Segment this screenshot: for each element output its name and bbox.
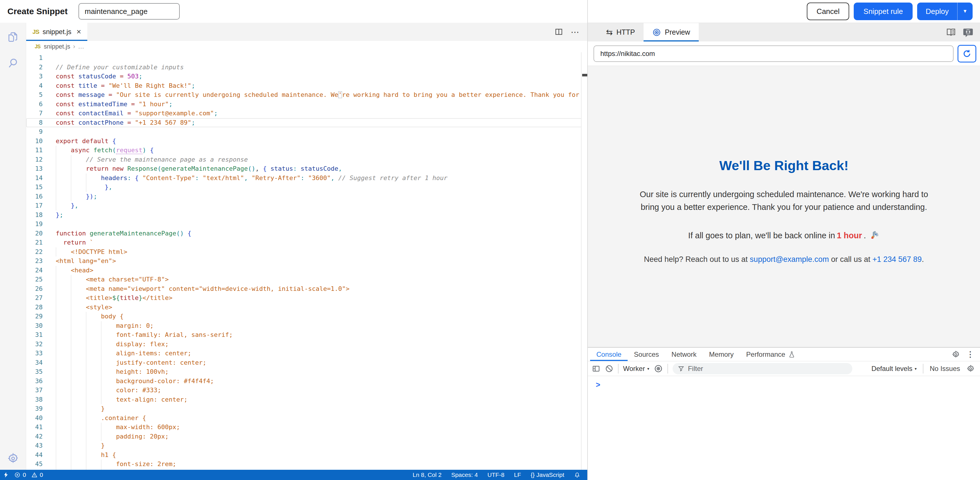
code-line[interactable]: 27<title>${title}</title> <box>26 293 587 303</box>
chevron-down-icon: ▾ <box>647 366 649 371</box>
code-line[interactable]: 40.container { <box>26 413 587 423</box>
code-line[interactable]: 22<!DOCTYPE html> <box>26 247 587 257</box>
code-line[interactable]: 42padding: 20px; <box>26 432 587 441</box>
code-line[interactable]: 6const estimatedTime = "1 hour"; <box>26 100 587 109</box>
code-line[interactable]: 18}; <box>26 211 587 220</box>
context-selector[interactable]: Worker ▾ <box>623 365 649 373</box>
code-line[interactable]: 43} <box>26 441 587 450</box>
code-line[interactable]: 10export default { <box>26 136 587 146</box>
warnings-indicator[interactable]: 0 <box>31 472 43 478</box>
live-expression-eye-icon[interactable] <box>654 364 663 373</box>
tab-preview[interactable]: Preview <box>644 23 699 41</box>
scrollbar-thumb[interactable] <box>582 74 587 76</box>
code-line[interactable]: 37color: #333; <box>26 386 587 395</box>
code-line[interactable]: 9 <box>26 127 587 136</box>
more-actions-icon[interactable]: ⋯ <box>571 27 580 37</box>
console-settings-gear-icon[interactable] <box>966 364 975 373</box>
code-line[interactable]: 26<meta name="viewport" content="width=d… <box>26 284 587 294</box>
code-line[interactable]: 45font-size: 2rem; <box>26 459 587 469</box>
log-levels-selector[interactable]: Default levels ▾ <box>871 365 916 373</box>
code-line[interactable]: 1 <box>26 53 587 63</box>
code-line[interactable]: 24<head> <box>26 266 587 275</box>
editor-scrollbar[interactable] <box>581 52 587 470</box>
code-line[interactable]: 46color: #0056b3 <box>26 469 587 470</box>
status-bar-item[interactable]: LF <box>514 472 521 478</box>
split-editor-icon[interactable] <box>554 27 563 36</box>
code-line[interactable]: 39} <box>26 404 587 413</box>
code-line[interactable]: 34justify-content: center; <box>26 358 587 368</box>
kebab-menu-icon[interactable]: ⋮ <box>966 350 974 359</box>
devtools-tab-network[interactable]: Network <box>665 348 703 361</box>
code-line[interactable]: 36background-color: #f4f4f4; <box>26 377 587 386</box>
console-filter-input[interactable]: Filter <box>673 363 852 374</box>
snippet-rule-button[interactable]: Snippet rule <box>854 3 913 20</box>
devtools-tab-sources[interactable]: Sources <box>628 348 665 361</box>
docs-book-icon[interactable] <box>945 27 957 38</box>
snippet-name-input[interactable] <box>78 3 180 20</box>
code-line[interactable]: 19 <box>26 220 587 229</box>
devtools-tab-console[interactable]: Console <box>590 348 628 361</box>
status-bar-item[interactable]: UTF-8 <box>487 472 504 478</box>
close-icon[interactable]: × <box>76 28 81 36</box>
line-number: 13 <box>26 164 43 174</box>
errors-indicator[interactable]: 0 <box>14 472 26 478</box>
code-line[interactable]: 11async fetch(request) { <box>26 146 587 155</box>
devtools-tab-memory[interactable]: Memory <box>703 348 740 361</box>
cancel-button[interactable]: Cancel <box>807 3 849 20</box>
console-sidebar-toggle-icon[interactable] <box>592 364 600 373</box>
devtools-tab-performance[interactable]: Performance <box>740 348 802 361</box>
discord-chat-icon[interactable] <box>963 27 974 38</box>
code-line[interactable]: 14headers: { "Content-Type": "text/html"… <box>26 174 587 183</box>
code-line[interactable]: 35height: 100vh; <box>26 367 587 377</box>
settings-gear-icon[interactable] <box>7 452 19 465</box>
clear-console-icon[interactable] <box>605 364 613 373</box>
code-line[interactable]: 2// Define your customizable inputs <box>26 63 587 72</box>
code-line[interactable]: 38text-align: center; <box>26 395 587 404</box>
code-line[interactable]: 15 }, <box>26 183 587 192</box>
code-line[interactable]: 32display: flex; <box>26 340 587 349</box>
issues-counter[interactable]: No Issues <box>930 365 960 373</box>
code-line[interactable]: 25<meta charset="UTF-8"> <box>26 275 587 284</box>
code-area[interactable]: 12// Define your customizable inputs3con… <box>26 52 587 470</box>
search-icon[interactable] <box>7 57 19 69</box>
files-icon[interactable] <box>7 31 19 43</box>
phone-link[interactable]: +1 234 567 89 <box>872 255 922 264</box>
code-line[interactable]: 20function generateMaintenancePage() { <box>26 229 587 238</box>
deploy-dropdown-caret[interactable]: ▼ <box>957 3 973 20</box>
code-line[interactable]: 4const title = "We'll Be Right Back!"; <box>26 81 587 90</box>
code-line[interactable]: 3const statusCode = 503; <box>26 72 587 81</box>
notifications-bell-icon[interactable] <box>574 472 581 478</box>
console-prompt[interactable]: > <box>588 376 980 390</box>
deploy-button[interactable]: Deploy ▼ <box>917 3 973 20</box>
code-line[interactable]: 12// Serve the maintenance page as a res… <box>26 155 587 165</box>
code-line[interactable]: 44h1 { <box>26 450 587 460</box>
code-line[interactable]: 31font-family: Arial, sans-serif; <box>26 330 587 340</box>
code-line[interactable]: 17}, <box>26 201 587 211</box>
code-line[interactable]: 23<html lang="en"> <box>26 257 587 266</box>
status-bar-item[interactable]: Ln 8, Col 2 <box>413 472 442 478</box>
code-line[interactable]: 33align-items: center; <box>26 349 587 358</box>
status-bar-item[interactable]: {} JavaScript <box>531 472 564 478</box>
remote-indicator-icon[interactable] <box>3 472 9 478</box>
tab-snippet-js[interactable]: JS snippet.js × <box>26 23 87 41</box>
code-line[interactable]: 30margin: 0; <box>26 321 587 331</box>
code-line[interactable]: 13return new Response(generateMaintenanc… <box>26 164 587 174</box>
code-line[interactable]: 41max-width: 600px; <box>26 423 587 432</box>
breadcrumb-more[interactable]: … <box>78 43 84 50</box>
code-line[interactable]: 8const contactPhone = "+1 234 567 89"; <box>26 118 587 128</box>
code-line[interactable]: 21 return ` <box>26 238 587 247</box>
breadcrumb-file[interactable]: snippet.js <box>44 43 70 50</box>
code-line[interactable]: 5const message = "Our site is currently … <box>26 90 587 100</box>
code-line[interactable]: 29body { <box>26 312 587 321</box>
url-input[interactable] <box>593 46 953 62</box>
code-line[interactable]: 7const contactEmail = "support@example.c… <box>26 109 587 118</box>
code-line[interactable]: 16}); <box>26 192 587 201</box>
status-bar-item[interactable]: Spaces: 4 <box>451 472 478 478</box>
indent-guide <box>71 321 86 331</box>
refresh-button[interactable] <box>958 45 976 62</box>
deploy-label[interactable]: Deploy <box>917 3 957 20</box>
devtools-settings-gear-icon[interactable] <box>951 350 960 359</box>
tab-http[interactable]: ⇆ HTTP <box>598 23 644 41</box>
code-line[interactable]: 28<style> <box>26 303 587 312</box>
support-email-link[interactable]: support@example.com <box>750 255 829 264</box>
